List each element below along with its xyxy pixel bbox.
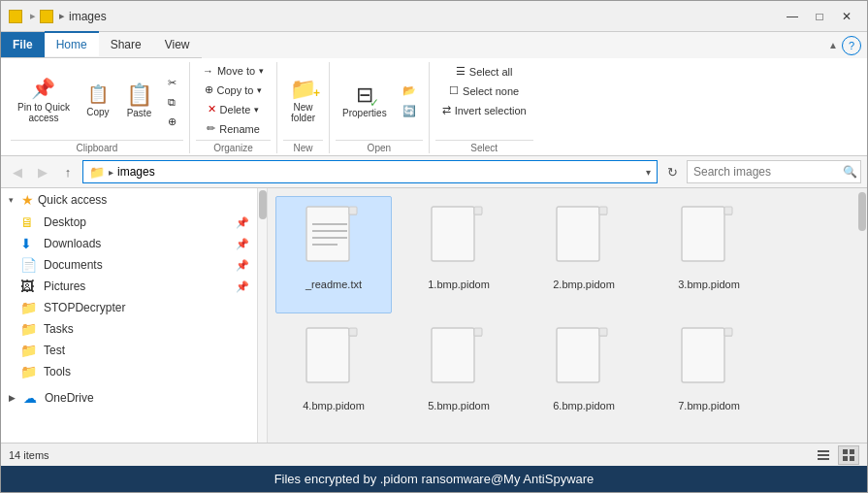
file4-label: 4.bmp.pidom xyxy=(303,400,365,411)
sidebar-scrollbar[interactable] xyxy=(258,188,268,443)
pin-to-quick-access-button[interactable]: 📌 Pin to Quick access xyxy=(11,72,77,128)
delete-chevron: ▾ xyxy=(254,105,259,115)
svg-rect-9 xyxy=(474,207,482,214)
address-input[interactable]: 📁 ▸ images ▾ xyxy=(82,160,658,183)
search-box[interactable]: 🔍 xyxy=(687,160,861,183)
svg-rect-34 xyxy=(850,456,854,461)
file5-icon xyxy=(424,326,494,396)
open-with-button[interactable]: 🔄 xyxy=(396,102,423,120)
tab-share[interactable]: Share xyxy=(99,32,153,57)
copy-icon: 📋 xyxy=(87,83,109,105)
documents-label: Documents xyxy=(44,258,103,272)
new-folder-button[interactable]: 📁 + New folder xyxy=(283,72,323,128)
back-button[interactable]: ◀ xyxy=(7,161,28,182)
delete-button[interactable]: ✕ Delete ▾ xyxy=(201,100,267,118)
grid-view-button[interactable] xyxy=(838,445,859,465)
open-icon: 📂 xyxy=(402,84,416,97)
cut-button[interactable]: ✂ xyxy=(161,74,183,92)
onedrive-icon: ☁ xyxy=(23,390,37,406)
ribbon-group-organize: → Move to ▾ ⊕ Copy to ▾ ✕ Delete ▾ xyxy=(190,62,277,153)
ribbon-content: 📌 Pin to Quick access 📋 Copy 📋 Paste xyxy=(1,58,867,155)
file-item-2[interactable]: 2.bmp.pidom xyxy=(526,196,642,313)
sidebar-scroll-thumb[interactable] xyxy=(259,190,267,219)
sidebar-item-tools[interactable]: 📁 Tools xyxy=(1,361,257,382)
documents-icon: 📄 xyxy=(20,257,38,273)
sidebar-item-desktop[interactable]: 🖥 Desktop 📌 xyxy=(1,212,257,233)
file-item-4[interactable]: 4.bmp.pidom xyxy=(275,317,392,435)
file-scroll-thumb[interactable] xyxy=(858,192,866,231)
select-all-icon: ☰ xyxy=(456,65,466,78)
sidebar-item-quick-access[interactable]: ▾ ★ Quick access xyxy=(1,188,257,212)
stopdecrypter-icon: 📁 xyxy=(20,300,38,315)
open-with-icon: 🔄 xyxy=(402,105,416,117)
invert-selection-button[interactable]: ⇄ Invert selection xyxy=(435,101,533,119)
ribbon-group-clipboard: 📌 Pin to Quick access 📋 Copy 📋 Paste xyxy=(5,62,190,153)
onedrive-chevron: ▶ xyxy=(9,393,16,403)
sidebar-item-onedrive[interactable]: ▶ ☁ OneDrive xyxy=(1,386,257,410)
move-to-button[interactable]: → Move to ▾ xyxy=(196,62,271,80)
maximize-button[interactable]: □ xyxy=(807,7,832,26)
file-area-scrollbar[interactable] xyxy=(857,188,867,443)
help-button[interactable]: ? xyxy=(842,36,861,55)
select-buttons: ☰ Select all ☐ Select none ⇄ Invert sele… xyxy=(435,62,533,138)
file-item-readme[interactable]: _readme.txt xyxy=(275,196,392,313)
sidebar-item-downloads[interactable]: ⬇ Downloads 📌 xyxy=(1,233,257,254)
copy-button[interactable]: 📋 Copy xyxy=(79,79,117,122)
file-item-7[interactable]: 7.bmp.pidom xyxy=(651,317,767,435)
file7-icon xyxy=(674,326,744,396)
new-folder-icon: 📁 + xyxy=(290,77,316,102)
list-view-button[interactable] xyxy=(813,445,834,465)
rename-button[interactable]: ✏ Rename xyxy=(200,119,267,138)
organize-label: Organize xyxy=(196,140,271,153)
address-dropdown-icon[interactable]: ▾ xyxy=(646,167,651,178)
paste-shortcut-button[interactable]: ⊕ xyxy=(161,113,183,131)
tab-view[interactable]: View xyxy=(153,32,202,57)
sidebar-item-documents[interactable]: 📄 Documents 📌 xyxy=(1,254,257,276)
copy-path-button[interactable]: ⧉ xyxy=(161,93,183,112)
copy-to-button[interactable]: ⊕ Copy to ▾ xyxy=(198,81,270,99)
file4-icon xyxy=(299,326,369,396)
address-path: images xyxy=(117,165,155,179)
svg-rect-33 xyxy=(843,456,848,461)
open-buttons: ⊟ ✓ Properties 📂 🔄 xyxy=(336,62,423,138)
pictures-icon: 🖼 xyxy=(20,279,38,294)
sidebar-item-pictures[interactable]: 🖼 Pictures 📌 xyxy=(1,276,257,297)
up-button[interactable]: ↑ xyxy=(57,161,79,182)
svg-rect-12 xyxy=(599,207,607,214)
file1-label: 1.bmp.pidom xyxy=(428,279,490,290)
file-item-1[interactable]: 1.bmp.pidom xyxy=(401,196,517,313)
sidebar-item-test[interactable]: 📁 Test xyxy=(1,340,257,361)
open-button[interactable]: 📂 xyxy=(396,82,423,100)
sidebar: ▾ ★ Quick access 🖥 Desktop 📌 ⬇ Downloads… xyxy=(1,188,258,443)
rename-icon: ✏ xyxy=(207,122,215,135)
paste-button[interactable]: 📋 Paste xyxy=(119,78,159,123)
copy-path-icon: ⧉ xyxy=(168,96,176,109)
search-input[interactable] xyxy=(693,165,839,179)
documents-pin: 📌 xyxy=(236,259,249,272)
select-all-button[interactable]: ☰ Select all xyxy=(449,62,520,81)
pictures-pin: 📌 xyxy=(236,280,249,293)
tab-file[interactable]: File xyxy=(1,32,45,57)
minimize-button[interactable]: — xyxy=(780,7,805,26)
properties-button[interactable]: ⊟ ✓ Properties xyxy=(336,78,394,123)
svg-rect-32 xyxy=(850,449,854,454)
file-item-6[interactable]: 6.bmp.pidom xyxy=(526,317,642,435)
title-bar-buttons: — □ ✕ xyxy=(780,7,859,26)
ribbon-group-open: ⊟ ✓ Properties 📂 🔄 Open xyxy=(330,62,430,153)
refresh-button[interactable]: ↻ xyxy=(661,161,683,182)
forward-button[interactable]: ▶ xyxy=(32,161,53,182)
window-folder-icon xyxy=(40,10,53,23)
ribbon-group-new: 📁 + New folder New xyxy=(277,62,330,153)
close-button[interactable]: ✕ xyxy=(834,7,859,26)
svg-rect-27 xyxy=(724,328,732,336)
tasks-icon: 📁 xyxy=(20,321,38,337)
file-item-3[interactable]: 3.bmp.pidom xyxy=(651,196,767,313)
file7-label: 7.bmp.pidom xyxy=(678,400,740,411)
sidebar-item-stopdecrypter[interactable]: 📁 STOPDecrypter xyxy=(1,297,257,318)
select-none-button[interactable]: ☐ Select none xyxy=(442,82,526,100)
sidebar-item-tasks[interactable]: 📁 Tasks xyxy=(1,318,257,340)
tab-home[interactable]: Home xyxy=(45,31,99,56)
file-item-5[interactable]: 5.bmp.pidom xyxy=(401,317,517,435)
readme-icon xyxy=(299,205,369,275)
ribbon-collapse-btn[interactable]: ▲ xyxy=(828,40,838,50)
